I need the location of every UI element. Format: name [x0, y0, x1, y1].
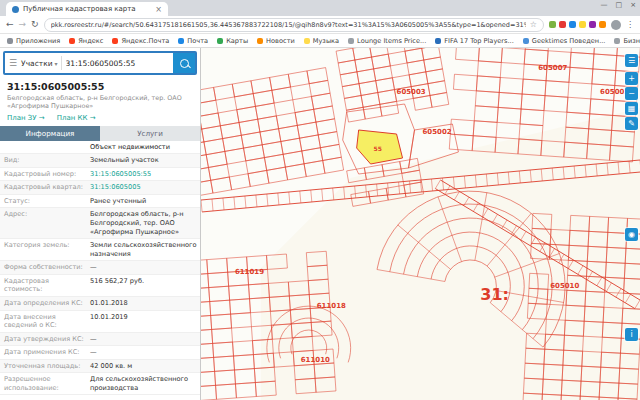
menu-icon[interactable]: ☰: [5, 58, 21, 68]
search-input[interactable]: 31:15:0605005:55: [66, 59, 173, 68]
detail-label: Дата внесения сведений о КС:: [0, 313, 90, 330]
detail-row: Дата применения КС:—: [0, 346, 200, 360]
detail-row: Разрешенное использование:Для сельскохоз…: [0, 373, 200, 395]
detail-label: Дата применения КС:: [0, 348, 90, 357]
bookmark-label: Музыка: [313, 37, 339, 45]
detail-label: Категория земель:: [0, 241, 90, 258]
bookmark-label: Яндекс: [78, 37, 103, 45]
window-controls: — □ ×: [601, 1, 637, 9]
bookmark-favicon-icon: [257, 38, 263, 44]
object-address: Белгородская область, р-н Белгородский, …: [7, 94, 193, 111]
bookmark-item[interactable]: Бизнес-план ОАО «...: [614, 37, 640, 45]
bookmark-label: Яндекс.Почта: [121, 37, 169, 45]
detail-value[interactable]: 31:15:0605005:55: [90, 170, 200, 179]
panel-tabs: Информация Услуги: [0, 126, 200, 141]
search-category[interactable]: Участки: [21, 59, 53, 68]
bookmark-item[interactable]: Lounge Items Price...: [348, 37, 426, 45]
zoom-in-button[interactable]: +: [625, 72, 638, 85]
detail-value: 516 562,27 руб.: [90, 277, 200, 294]
bookmark-item[interactable]: Почта: [178, 37, 208, 45]
extension-icon[interactable]: [599, 21, 606, 28]
detail-label: [0, 143, 90, 152]
menu-button[interactable]: ☰: [625, 54, 638, 67]
detail-row: Дата утверждения КС:—: [0, 333, 200, 347]
bookmark-star-icon[interactable]: ☆: [530, 20, 537, 29]
detail-value: Земельный участок: [90, 156, 200, 165]
detail-row: Кадастровый номер:31:15:0605005:55: [0, 168, 200, 182]
detail-row: Кадастровая стоимость:516 562,27 руб.: [0, 275, 200, 297]
detail-value: 01.01.2018: [90, 299, 200, 308]
extension-icon[interactable]: [579, 21, 586, 28]
search-button[interactable]: [173, 53, 195, 73]
detail-label: Кадастровая стоимость:: [0, 277, 90, 294]
bookmark-label: FIFA 17 Top Players...: [444, 37, 513, 45]
address-bar: ← → ↻ pkk.rosreestr.ru/#/search/50.64317…: [0, 16, 640, 34]
detail-value: —: [90, 348, 200, 357]
browser-tab[interactable]: Публичная кадастровая карта ×: [6, 2, 168, 16]
search-icon: [180, 59, 189, 68]
bookmark-item[interactable]: Карты: [217, 37, 248, 45]
plan-links: План ЗУ → План КК →: [7, 114, 193, 122]
extension-icon[interactable]: [549, 21, 556, 28]
bookmark-item[interactable]: Яндекс: [69, 37, 103, 45]
extension-icons: [549, 21, 606, 28]
quarter-label: 605010: [550, 282, 579, 290]
bookmark-item[interactable]: Новости: [257, 37, 295, 45]
plan-kk-link[interactable]: План КК →: [57, 114, 96, 122]
profile-avatar[interactable]: [611, 20, 621, 30]
cadastral-map[interactable]: 5560500360500760500160500260501061101961…: [201, 48, 640, 400]
quarter-label: 31:: [480, 285, 509, 304]
bookmark-item[interactable]: Музыка: [304, 37, 339, 45]
bookmark-favicon-icon: [7, 38, 13, 44]
bookmark-label: Карты: [226, 37, 248, 45]
detail-label: Разрешенное использование:: [0, 375, 90, 392]
maximize-button[interactable]: □: [616, 1, 623, 9]
extension-icon[interactable]: [569, 21, 576, 28]
bookmark-item[interactable]: FIFA 17 Top Players...: [435, 37, 513, 45]
close-button[interactable]: ×: [630, 1, 636, 9]
quarter-label: 605002: [422, 128, 451, 136]
detail-row: Дата определения КС:01.01.2018: [0, 297, 200, 311]
bookmark-item[interactable]: Приложения: [7, 37, 60, 45]
detail-label: Статус:: [0, 197, 90, 206]
bookmark-favicon-icon: [523, 38, 529, 44]
bookmark-label: Почта: [187, 37, 208, 45]
bookmarks-bar: ПриложенияЯндексЯндекс.ПочтаПочтаКартыНо…: [0, 34, 640, 48]
tab-close-icon[interactable]: ×: [155, 5, 162, 14]
detail-value: 42 000 кв. м: [90, 362, 200, 371]
bookmark-item[interactable]: Яндекс.Почта: [112, 37, 169, 45]
detail-label: Кадастровый номер:: [0, 170, 90, 179]
layers-button[interactable]: ▦: [625, 102, 638, 115]
extension-icon[interactable]: [589, 21, 596, 28]
measure-button[interactable]: ◉: [625, 228, 638, 241]
zoom-out-button[interactable]: −: [625, 87, 638, 100]
info-button[interactable]: i: [625, 328, 638, 341]
detail-label: Уточненная площадь:: [0, 362, 90, 371]
tab-services[interactable]: Услуги: [100, 126, 200, 141]
minimize-button[interactable]: —: [601, 1, 608, 9]
bookmark-favicon-icon: [217, 38, 223, 44]
url-omnibox[interactable]: pkk.rosreestr.ru/#/search/50.64317518166…: [44, 18, 544, 32]
url-text: pkk.rosreestr.ru/#/search/50.64317518166…: [51, 21, 526, 29]
bookmark-label: Geektimes Поведен...: [532, 37, 606, 45]
draw-button[interactable]: ✎: [625, 117, 638, 130]
detail-value: Белгородская область, р-н Белгородский, …: [90, 210, 200, 236]
bookmark-item[interactable]: Geektimes Поведен...: [523, 37, 606, 45]
detail-label: Форма собственности:: [0, 263, 90, 272]
bookmark-label: Новости: [266, 37, 295, 45]
detail-value[interactable]: 31:15:0605005: [90, 183, 200, 192]
detail-row: Форма собственности:—: [0, 261, 200, 275]
plan-zu-link[interactable]: План ЗУ →: [7, 114, 45, 122]
extension-icon[interactable]: [559, 21, 566, 28]
forward-icon[interactable]: →: [19, 20, 27, 29]
browser-window: Публичная кадастровая карта × — □ × ← → …: [0, 0, 640, 400]
bookmark-favicon-icon: [614, 38, 620, 44]
tab-information[interactable]: Информация: [0, 126, 100, 141]
reload-icon[interactable]: ↻: [31, 20, 39, 29]
back-icon[interactable]: ←: [6, 20, 14, 29]
detail-value: Земли сельскохозяйственного назначения: [90, 241, 200, 258]
browser-menu-icon[interactable]: ⋮: [626, 20, 634, 29]
quarter-label: 605003: [397, 88, 426, 96]
quarter-label: 611010: [301, 356, 330, 364]
bookmark-favicon-icon: [348, 38, 354, 44]
